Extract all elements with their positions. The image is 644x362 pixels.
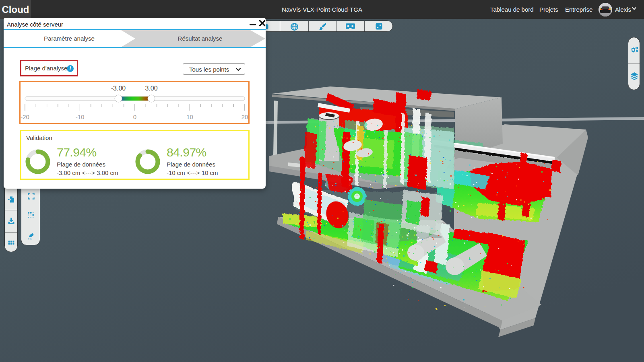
svg-text:10: 10 [186, 113, 193, 120]
svg-text:0: 0 [133, 113, 136, 120]
svg-text:-10: -10 [76, 113, 85, 120]
svg-text:-20: -20 [21, 113, 29, 120]
svg-text:-3.00: -3.00 [111, 85, 126, 92]
svg-text:3.00: 3.00 [145, 85, 157, 92]
svg-text:20: 20 [242, 113, 248, 120]
